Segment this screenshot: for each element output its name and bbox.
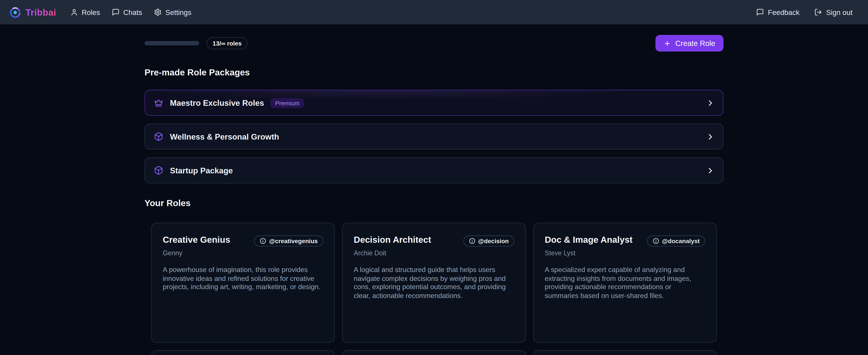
- package-label: Maestro Exclusive Roles: [170, 98, 264, 107]
- role-handle: @docanalyst: [662, 238, 700, 244]
- package-list: Maestro Exclusive Roles Premium Welln: [145, 90, 723, 183]
- role-title: Doc & Image Analyst: [545, 235, 632, 245]
- card-header: Creative Genius @creativegenius: [163, 235, 323, 247]
- create-role-button[interactable]: Create Role: [655, 35, 723, 52]
- role-card-doc-image-analyst[interactable]: Doc & Image Analyst @docanalyst Steve Ly…: [533, 223, 717, 343]
- gear-icon: [154, 8, 161, 16]
- role-handle-badge[interactable]: @decision: [463, 235, 514, 246]
- chevron-right-icon: [707, 99, 714, 107]
- role-card-decision-architect[interactable]: Decision Architect @decision Archie Doit…: [342, 223, 526, 343]
- package-label: Startup Package: [170, 166, 233, 175]
- card-header: Decision Architect @decision: [354, 235, 514, 247]
- role-card-partial[interactable]: [342, 350, 526, 355]
- nav-item-roles[interactable]: Roles: [70, 8, 100, 16]
- chevron-right-icon: [707, 132, 714, 141]
- logout-icon: [814, 8, 822, 16]
- signout-label: Sign out: [826, 8, 852, 16]
- packages-section-title: Pre-made Role Packages: [145, 68, 723, 78]
- plus-icon: [664, 40, 671, 47]
- chat-icon: [112, 8, 120, 16]
- main-content: 13/∞ roles Create Role Pre-made Role Pac…: [145, 35, 723, 355]
- chevron-right-icon: [707, 167, 714, 174]
- info-icon: [469, 238, 475, 244]
- package-icon: [154, 166, 163, 175]
- nav-item-label: Roles: [82, 8, 100, 16]
- app-root: Tribbai Roles Chats: [0, 0, 868, 355]
- brand-logo[interactable]: Tribbai: [9, 6, 56, 18]
- your-roles-section-title: Your Roles: [145, 198, 723, 208]
- package-label: Wellness & Personal Growth: [170, 132, 279, 141]
- role-card-partial[interactable]: [533, 350, 717, 355]
- nav-item-label: Settings: [165, 8, 191, 16]
- package-row-wellness[interactable]: Wellness & Personal Growth: [145, 123, 723, 150]
- top-navbar: Tribbai Roles Chats: [0, 0, 868, 24]
- crown-icon: [154, 98, 163, 107]
- role-handle: @decision: [478, 238, 509, 244]
- role-subtitle: Genny: [163, 249, 323, 257]
- role-description: A logical and structured guide that help…: [354, 266, 514, 301]
- create-role-label: Create Role: [675, 39, 715, 47]
- role-handle: @creativegenius: [269, 238, 318, 244]
- role-description: A powerhouse of imagination, this role p…: [163, 266, 323, 292]
- role-subtitle: Archie Doit: [354, 249, 514, 257]
- nav-right: Feedback Sign out: [756, 8, 852, 16]
- brand-name: Tribbai: [26, 7, 56, 18]
- roles-toolbar: 13/∞ roles Create Role: [145, 35, 723, 52]
- signout-button[interactable]: Sign out: [814, 8, 852, 16]
- nav-item-label: Chats: [123, 8, 142, 16]
- feedback-button[interactable]: Feedback: [756, 8, 800, 16]
- role-handle-badge[interactable]: @creativegenius: [254, 235, 323, 246]
- premium-badge: Premium: [270, 98, 305, 108]
- tribbai-logo-icon: [9, 6, 21, 18]
- package-row-startup[interactable]: Startup Package: [145, 157, 723, 183]
- role-subtitle: Steve Lyst: [545, 249, 705, 257]
- feedback-label: Feedback: [768, 8, 800, 16]
- roles-quota-progress: [145, 41, 199, 45]
- nav-item-chats[interactable]: Chats: [112, 8, 142, 16]
- role-title: Decision Architect: [354, 235, 431, 245]
- package-icon: [154, 132, 163, 141]
- roles-card-grid: Creative Genius @creativegenius Genny A …: [145, 223, 723, 355]
- feedback-icon: [756, 8, 764, 16]
- nav-item-settings[interactable]: Settings: [154, 8, 191, 16]
- role-card-creative-genius[interactable]: Creative Genius @creativegenius Genny A …: [151, 223, 335, 343]
- roles-quota-badge: 13/∞ roles: [207, 37, 248, 49]
- role-card-partial[interactable]: [151, 350, 335, 355]
- info-icon: [652, 238, 659, 244]
- package-row-maestro[interactable]: Maestro Exclusive Roles Premium: [145, 90, 723, 116]
- role-description: A specialized expert capable of analyzin…: [545, 266, 705, 301]
- role-handle-badge[interactable]: @docanalyst: [647, 235, 705, 246]
- info-icon: [260, 238, 267, 244]
- role-title: Creative Genius: [163, 235, 230, 245]
- user-icon: [70, 8, 78, 16]
- card-header: Doc & Image Analyst @docanalyst: [545, 235, 705, 247]
- nav-links: Roles Chats Settings: [70, 8, 191, 16]
